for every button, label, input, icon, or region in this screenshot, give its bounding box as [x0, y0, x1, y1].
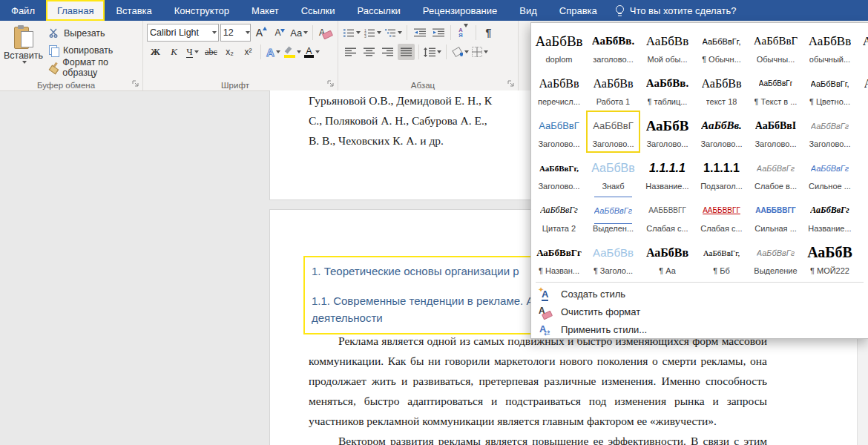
style-item[interactable]: АаБбВвРабота 1 — [586, 68, 640, 111]
ribbon-tab-Вставка[interactable]: Вставка — [105, 0, 162, 21]
borders-button[interactable] — [471, 44, 489, 60]
bullets-button[interactable] — [342, 24, 361, 41]
style-item[interactable]: АаБбВвГгВыделен... — [586, 195, 640, 237]
clipboard-dialog-launcher[interactable] — [132, 80, 140, 88]
ribbon-tab-Макет[interactable]: Макет — [240, 0, 290, 21]
style-item[interactable]: АаБбВв¶ Заголо... — [586, 237, 640, 280]
style-item[interactable]: АаБбВвГгВыделение — [749, 237, 803, 280]
align-center-button[interactable] — [361, 44, 378, 60]
ribbon-tab-Главная[interactable]: Главная — [46, 0, 105, 21]
styles-grid: АаБбВвdoplomАаБбВв.заголово...АаБбВвМой … — [531, 23, 868, 280]
style-item[interactable]: АаБбВвГгЦитата 2 — [532, 195, 586, 237]
style-sample: АаБбВвГ — [539, 112, 579, 139]
ribbon-tab-Справка[interactable]: Справка — [548, 0, 608, 21]
multilevel-list-button[interactable] — [384, 24, 403, 41]
style-item[interactable]: АаТа... — [857, 195, 868, 237]
style-item[interactable]: ААББВВГГСлабая с... — [694, 195, 749, 237]
cut-button[interactable]: Вырезать — [46, 24, 139, 42]
justify-button[interactable] — [398, 44, 415, 60]
style-item[interactable]: АаБбВвГЗаголово... — [532, 111, 586, 153]
style-item[interactable]: ААББВВГГСильная ... — [749, 195, 803, 237]
style-item[interactable]: АаБбВвГгЗаголово... — [803, 111, 857, 153]
strikethrough-button[interactable]: abc — [203, 44, 220, 60]
style-item[interactable]: АаБбВвГг,Заголово... — [532, 153, 586, 195]
style-item[interactable]: АаБбВЗаголово... — [640, 111, 694, 153]
ribbon-tab-Ссылки[interactable]: Ссылки — [290, 0, 346, 21]
apply-styles-menu-item[interactable]: A⇄ Применить стили... — [531, 320, 868, 338]
decrease-indent-button[interactable] — [411, 24, 428, 41]
style-item[interactable]: АаБбВв.¶ таблиц... — [640, 68, 694, 111]
style-item[interactable]: АаБбВвГЗаголово... — [586, 111, 640, 153]
style-item[interactable]: 1.1.1.1Подзагол... — [694, 153, 749, 195]
style-item[interactable]: ААББВВГГСлабая с... — [640, 195, 694, 237]
subscript-button[interactable]: x₂ — [221, 44, 238, 60]
ribbon-tab-Вид[interactable]: Вид — [508, 0, 548, 21]
style-item[interactable]: АаБбВ¶ МОЙ222 — [803, 237, 857, 280]
style-item[interactable]: АаБбВвМой обы... — [640, 26, 694, 68]
underline-button[interactable]: Ч — [184, 44, 201, 60]
font-family-caret[interactable] — [209, 24, 217, 41]
font-family-input[interactable] — [148, 27, 209, 38]
style-item[interactable]: АаБбВвІЗаголово... — [749, 111, 803, 153]
increase-indent-button[interactable] — [430, 24, 447, 41]
paste-dropdown-caret[interactable] — [22, 61, 27, 64]
show-marks-button[interactable]: ¶ — [480, 24, 497, 41]
align-left-button[interactable] — [342, 44, 359, 60]
style-item[interactable]: АаБбВв.Заголово... — [694, 111, 749, 153]
clear-formatting-button[interactable]: А — [317, 24, 334, 41]
superscript-button[interactable]: x² — [240, 44, 257, 60]
font-dialog-launcher[interactable] — [327, 80, 335, 88]
create-style-menu-item[interactable]: ✦A Создать стиль — [531, 285, 868, 303]
style-item[interactable]: АаБбВвОс... — [857, 26, 868, 68]
style-item[interactable]: АаБбВв¶ Аа — [640, 237, 694, 280]
sort-button[interactable]: АЯ — [455, 24, 472, 41]
highlight-button[interactable] — [283, 44, 302, 60]
style-item[interactable]: 1.1.1.1Название... — [640, 153, 694, 195]
ribbon-tab-Рецензирование[interactable]: Рецензирование — [412, 0, 508, 21]
numbering-button[interactable]: 123 — [363, 24, 382, 41]
style-item[interactable]: АаБбВвперечисл... — [532, 68, 586, 111]
style-item[interactable]: АаС... — [857, 153, 868, 195]
paragraph-dialog-launcher[interactable] — [507, 80, 516, 88]
style-item[interactable]: АаБбВвЗнакб — [586, 153, 640, 195]
style-item[interactable]: АаБбВвГг,¶ Обычн... — [694, 26, 749, 68]
shading-button[interactable] — [450, 44, 470, 60]
paste-button[interactable]: Вставить — [4, 23, 43, 76]
style-item[interactable]: АаБбВвГг¶ Назван... — [532, 237, 586, 280]
font-size-caret[interactable] — [244, 24, 251, 41]
style-item[interactable]: АаБбВвтекст 18 — [694, 68, 749, 111]
font-family-combo[interactable] — [147, 24, 219, 42]
grow-font-button[interactable]: А — [252, 24, 269, 41]
style-item[interactable]: АаБбВвГгНазвание... — [803, 195, 857, 237]
svg-text:3: 3 — [364, 34, 366, 38]
style-item[interactable]: АаБбВвdoplom — [532, 26, 586, 68]
style-item[interactable]: АаБбВвГг,¶ Бб — [694, 237, 749, 280]
style-item[interactable]: АсЗаг... — [857, 111, 868, 153]
style-item[interactable]: АаБбВв¶ В... — [857, 68, 868, 111]
text-effects-button[interactable]: А — [265, 44, 282, 60]
style-item[interactable]: АаБбВвГгСлабое в... — [749, 153, 803, 195]
bold-button[interactable]: Ж — [147, 44, 164, 60]
align-right-button[interactable] — [379, 44, 396, 60]
change-case-button[interactable]: Aa — [289, 24, 309, 41]
ribbon-tab-Файл[interactable]: Файл — [0, 0, 46, 21]
ribbon-tab-Конструктор[interactable]: Конструктор — [163, 0, 240, 21]
style-sample: АаБбВв — [539, 70, 579, 97]
format-painter-button[interactable]: Формат по образцу — [46, 59, 139, 76]
style-item[interactable]: АаБбВв.заголово... — [586, 26, 640, 68]
line-spacing-button[interactable] — [423, 44, 442, 60]
clear-format-menu-item[interactable]: A Очистить формат — [531, 303, 868, 320]
style-item[interactable]: АаБбВвГг¶ Текст в ... — [749, 68, 803, 111]
tell-me-search[interactable]: Что вы хотите сделать? — [608, 0, 744, 21]
font-color-button[interactable]: А — [303, 44, 320, 60]
style-item[interactable]: АаБбВвГОбычны... — [749, 26, 803, 68]
shrink-font-button[interactable]: А — [271, 24, 288, 41]
font-size-input[interactable] — [221, 27, 244, 38]
ribbon-tab-Рассылки[interactable]: Рассылки — [346, 0, 411, 21]
italic-button[interactable]: К — [165, 44, 183, 60]
style-item[interactable]: АаБбВвГг,¶ Цветно... — [803, 68, 857, 111]
font-size-combo[interactable] — [220, 24, 251, 42]
style-item[interactable]: АаБбВвобычный... — [803, 26, 857, 68]
style-item[interactable]: АаБбВвГгСильное ... — [803, 153, 857, 195]
decrease-indent-icon — [414, 28, 426, 37]
